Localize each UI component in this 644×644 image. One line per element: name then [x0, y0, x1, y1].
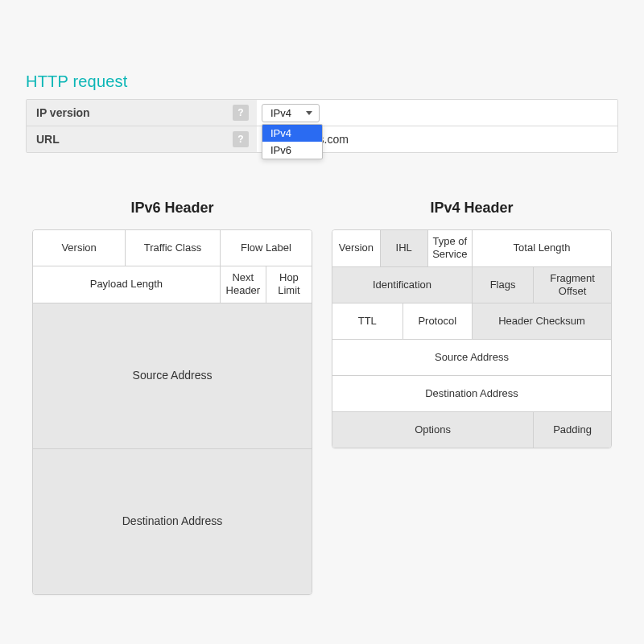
ip-version-selected: IPv4 — [270, 107, 291, 119]
ip-version-option-ipv6[interactable]: IPv6 — [262, 142, 322, 159]
section-title: HTTP request — [26, 72, 618, 91]
ip-version-help-icon[interactable]: ? — [233, 105, 249, 121]
ipv4-table: Version IHL Type of Service Total Length… — [332, 229, 612, 448]
ipv4-total-length: Total Length — [472, 230, 611, 266]
ipv4-flags: Flags — [472, 267, 533, 303]
ip-version-select[interactable]: IPv4 — [262, 104, 320, 122]
ipv6-hop-limit: Hop Limit — [266, 266, 312, 303]
ipv4-identification: Identification — [332, 267, 472, 303]
url-help-icon[interactable]: ? — [233, 131, 249, 147]
ip-version-row: IP version ? IPv4 IPv4 IPv6 — [27, 100, 617, 126]
ipv4-protocol: Protocol — [402, 303, 473, 339]
ipv4-diagram: IPv4 Header Version IHL Type of Service … — [332, 200, 612, 595]
url-label: URL — [27, 126, 233, 152]
ipv6-title: IPv6 Header — [32, 200, 312, 217]
ipv6-destination-address: Destination Address — [33, 449, 312, 594]
ipv6-traffic-class: Traffic Class — [125, 230, 220, 266]
ipv4-options: Options — [332, 412, 533, 448]
ip-version-dropdown: IPv4 IPv6 — [262, 124, 323, 159]
ipv4-source-address: Source Address — [332, 340, 611, 375]
ipv4-tos: Type of Service — [427, 230, 472, 266]
ipv4-version: Version — [332, 230, 380, 266]
ip-version-label: IP version — [27, 100, 233, 126]
ip-version-control: IPv4 IPv4 IPv6 — [257, 100, 617, 126]
ipv4-ihl: IHL — [380, 230, 427, 266]
http-request-form: IP version ? IPv4 IPv4 IPv6 URL ? — [26, 99, 618, 153]
header-diagrams: IPv6 Header Version Traffic Class Flow L… — [26, 200, 618, 595]
ipv6-version: Version — [33, 230, 125, 266]
ipv4-header-checksum: Header Checksum — [472, 303, 611, 339]
ipv6-diagram: IPv6 Header Version Traffic Class Flow L… — [32, 200, 312, 595]
ip-version-option-ipv4[interactable]: IPv4 — [262, 125, 322, 142]
ipv6-flow-label: Flow Label — [220, 230, 312, 266]
ipv4-destination-address: Destination Address — [332, 376, 611, 411]
ipv4-title: IPv4 Header — [332, 200, 612, 217]
ipv6-payload-length: Payload Length — [33, 266, 220, 303]
ipv6-next-header: Next Header — [220, 266, 266, 303]
ipv4-fragment-offset: Fragment Offset — [533, 267, 611, 303]
ipv4-ttl: TTL — [332, 303, 402, 339]
ipv6-table: Version Traffic Class Flow Label Payload… — [32, 229, 312, 595]
ipv4-padding: Padding — [533, 412, 611, 448]
chevron-down-icon — [306, 111, 312, 115]
ipv6-source-address: Source Address — [33, 303, 312, 448]
